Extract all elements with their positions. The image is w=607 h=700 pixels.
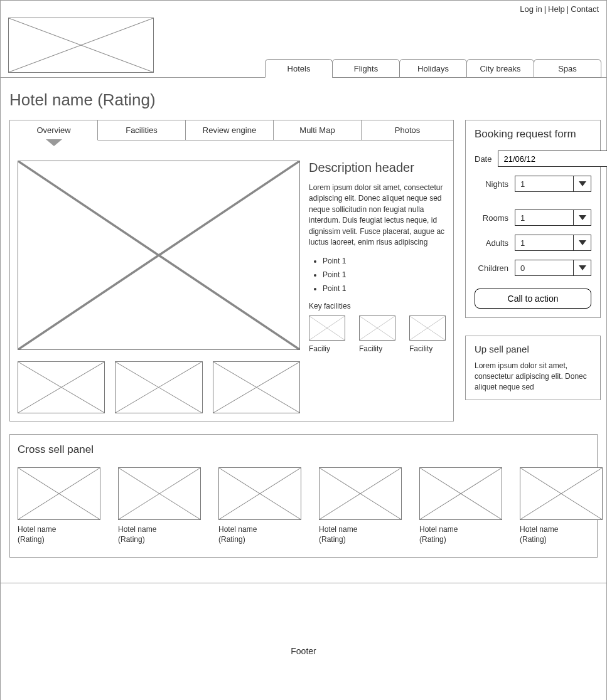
adults-value: 1 (515, 235, 574, 251)
adults-label: Adults (475, 238, 515, 248)
description-body: Lorem ipsum dolor sit amet, consectetur … (309, 183, 446, 248)
tab-spas[interactable]: Spas (534, 59, 601, 78)
cross-sell-rating: (Rating) (18, 535, 100, 545)
active-tab-arrow-icon (46, 140, 62, 146)
cross-sell-rating: (Rating) (118, 535, 201, 545)
cross-sell-item[interactable]: Hotel name (Rating) (218, 467, 301, 544)
chevron-down-icon (579, 215, 586, 220)
point-item: Point 1 (323, 284, 446, 293)
cross-sell-panel: Cross sell panel Hotel name (Rating) Hot… (9, 434, 598, 558)
children-label: Children (475, 263, 515, 273)
description-points: Point 1 Point 1 Point 1 (309, 257, 446, 293)
logo-placeholder (8, 18, 154, 73)
thumbnail-2[interactable] (115, 361, 202, 413)
cross-sell-item[interactable]: Hotel name (Rating) (520, 467, 603, 544)
children-dropdown-button[interactable] (574, 260, 591, 276)
adults-dropdown-button[interactable] (574, 235, 591, 251)
facility-item: Facility (359, 316, 395, 353)
hotel-detail-panel: Overview Facilities Review engine Multi … (9, 120, 454, 422)
rooms-select[interactable]: 1 (515, 209, 591, 226)
cross-sell-rating: (Rating) (419, 535, 502, 545)
nights-value: 1 (515, 176, 574, 192)
tab-hotels[interactable]: Hotels (265, 59, 333, 78)
cross-sell-item[interactable]: Hotel name (Rating) (319, 467, 402, 544)
key-facilities-label: Key facilities (309, 302, 446, 310)
facility-label: Faciliy (309, 344, 330, 353)
rooms-dropdown-button[interactable] (574, 209, 591, 226)
point-item: Point 1 (323, 257, 446, 265)
point-item: Point 1 (323, 270, 446, 279)
facility-icon (359, 316, 395, 341)
upsell-title: Up sell panel (475, 344, 591, 354)
upsell-text: Lorem ipsum dolor sit amet, consectetur … (475, 361, 591, 392)
facility-label: Facility (359, 344, 382, 353)
main-tabs: Hotels Flights Holidays City breaks Spas (266, 59, 601, 78)
chevron-down-icon (579, 265, 586, 270)
facility-icon (409, 316, 446, 341)
nights-select[interactable]: 1 (515, 176, 591, 192)
call-to-action-button[interactable]: Call to action (475, 289, 591, 309)
cross-sell-image (419, 467, 502, 520)
description-header: Description header (309, 161, 446, 175)
thumbnail-1[interactable] (18, 361, 105, 413)
cross-sell-image (18, 467, 100, 520)
cross-sell-image (218, 467, 301, 520)
facility-label: Facility (409, 344, 432, 353)
cross-sell-name: Hotel name (419, 525, 502, 535)
facility-item: Facility (409, 316, 446, 353)
tab-flights[interactable]: Flights (332, 59, 400, 78)
main-image-placeholder (18, 161, 300, 350)
contact-link[interactable]: Contact (571, 4, 599, 14)
subtab-photos[interactable]: Photos (362, 120, 453, 141)
chevron-down-icon (579, 181, 586, 186)
cross-sell-image (118, 467, 201, 520)
cross-sell-name: Hotel name (18, 525, 100, 535)
facility-item: Faciliy (309, 316, 345, 353)
children-value: 0 (515, 260, 574, 276)
cross-sell-item[interactable]: Hotel name (Rating) (419, 467, 502, 544)
cross-sell-image (319, 467, 402, 520)
cross-sell-name: Hotel name (319, 525, 402, 535)
nights-label: Nights (475, 179, 515, 189)
children-select[interactable]: 0 (515, 260, 591, 276)
help-link[interactable]: Help (548, 4, 565, 14)
nights-dropdown-button[interactable] (574, 176, 591, 192)
tab-city-breaks[interactable]: City breaks (466, 59, 534, 78)
subtab-multi-map[interactable]: Multi Map (274, 120, 362, 141)
page-title: Hotel name (Rating) (1, 78, 606, 120)
subtab-review-engine[interactable]: Review engine (186, 120, 274, 141)
top-links: Log in|Help|Contact (1, 1, 606, 14)
tab-holidays[interactable]: Holidays (399, 59, 467, 78)
rooms-value: 1 (515, 209, 574, 226)
rooms-label: Rooms (475, 213, 515, 223)
date-input[interactable] (498, 151, 607, 167)
subtab-overview[interactable]: Overview (10, 120, 98, 141)
chevron-down-icon (579, 240, 586, 245)
thumbnail-3[interactable] (213, 361, 300, 413)
booking-form: Booking request form Date Nights 1 Rooms… (465, 120, 601, 318)
cross-sell-rating: (Rating) (319, 535, 402, 545)
footer: Footer (1, 583, 606, 700)
cross-sell-image (520, 467, 603, 520)
cross-sell-title: Cross sell panel (18, 443, 589, 456)
sub-tabs: Overview Facilities Review engine Multi … (10, 120, 453, 141)
upsell-panel: Up sell panel Lorem ipsum dolor sit amet… (465, 336, 601, 400)
cross-sell-name: Hotel name (218, 525, 301, 535)
cross-sell-item[interactable]: Hotel name (Rating) (118, 467, 201, 544)
date-label: Date (475, 154, 498, 164)
cross-sell-item[interactable]: Hotel name (Rating) (18, 467, 100, 544)
adults-select[interactable]: 1 (515, 235, 591, 251)
cross-sell-name: Hotel name (118, 525, 201, 535)
cross-sell-name: Hotel name (520, 525, 603, 535)
cross-sell-rating: (Rating) (520, 535, 603, 545)
subtab-facilities[interactable]: Facilities (98, 120, 186, 141)
cross-sell-rating: (Rating) (218, 535, 301, 545)
facility-icon (309, 316, 345, 341)
booking-form-title: Booking request form (475, 128, 591, 141)
login-link[interactable]: Log in (520, 4, 542, 14)
